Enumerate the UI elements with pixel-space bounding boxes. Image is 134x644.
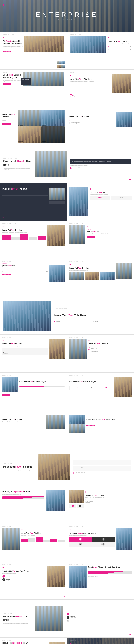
- slide-21: LOREM IPSUM DOLOR + Leave it to us and w…: [67, 410, 134, 448]
- building-image: [114, 377, 132, 397]
- slide-heading: Lorem Text Your Title Here: [108, 40, 131, 42]
- slide-12: LOREM IPSUM DOLOR + August 2017 project …: [67, 221, 134, 259]
- btn[interactable]: READ MORE: [2, 393, 18, 396]
- read-more-btn[interactable]: READ MORE: [2, 273, 48, 276]
- slide-label: LOREM IPSUM DOLOR: [3, 34, 64, 35]
- slide-11: LOREM IPSUM DOLOR + Lorem Text Your Titl…: [0, 221, 67, 259]
- slide-9: LOREM IPSUM DOLOR Push and Break The lim…: [0, 183, 67, 221]
- slide-7: LOREM IPSUM DOLOR + Lorem Text Your Titl…: [67, 107, 134, 145]
- slide-4: LOREM IPSUM Don't Stop Making Something …: [0, 70, 67, 107]
- cover-subtitle: ANNUAL REPORT: [36, 19, 98, 20]
- slide-5: LOREM IPSUM DOLOR + Lorem Text Your Titl…: [67, 70, 134, 107]
- building-large: [38, 454, 70, 480]
- slide-10: LOREM IPSUM DOLOR + Lorem Text Your Titl…: [67, 183, 134, 221]
- building-image: [69, 187, 88, 216]
- building-image: [69, 490, 84, 503]
- plus-icon: +: [2, 2, 5, 7]
- stats-row: 80% 60% 40%: [108, 46, 131, 50]
- slide-29-full: LOREM IPSUM Push and Break The limit Lor…: [0, 600, 134, 638]
- slide-27: LOREM IPSUM + Creative Stuff For Your Ne…: [0, 562, 67, 600]
- slide-8-full: LOREM IPSUM DOLOR Push and Break The lim…: [0, 145, 134, 183]
- slide-16: LOREM IPSUM + Lorem Text Your Title Here…: [0, 334, 67, 372]
- building-image: [49, 265, 65, 282]
- building-image: [49, 339, 65, 359]
- plus-decoration: +: [129, 633, 131, 636]
- slide-22-full: LOREM IPSUM Push and Free The limit Lore…: [0, 448, 134, 486]
- btn[interactable]: READ MORE: [86, 424, 132, 426]
- plus-bottom: +: [2, 216, 4, 219]
- building-large: [35, 606, 63, 631]
- slide-20: LOREM IPSUM + Lorem Text Your Title Here…: [0, 410, 67, 448]
- plus-bottom: +: [64, 596, 65, 598]
- read-more-btn[interactable]: READ MORE: [3, 50, 23, 52]
- building-image: [2, 528, 20, 550]
- slide-15-full: LOREM IPSUM DOLOR + Lorem Text Your Titl…: [0, 297, 134, 334]
- slide-heading: Don't Stop Making Something Great: [3, 74, 22, 79]
- slide-18: LOREM IPSUM READ MORE + Creative Stuff F…: [0, 372, 67, 410]
- slide-body: Lorem ipsum dolor sit amet consectetur a…: [108, 43, 131, 46]
- building-image: [69, 566, 87, 588]
- building-image: [69, 339, 87, 359]
- plus-decoration: +: [108, 36, 131, 40]
- slide-13: LOREM IPSUM August 2017 project ends her…: [0, 259, 67, 297]
- slide-cover: + ENTERPRISE ANNUAL REPORT: [0, 0, 134, 32]
- slide-23: LOREM IPSUM Nothing is impossible today …: [0, 486, 67, 524]
- building-image: [116, 112, 132, 127]
- btn-label: READ MORE: [3, 51, 11, 52]
- slide-body: Lorem ipsum dolor sit amet consectetur a…: [3, 80, 22, 82]
- building-image: [46, 414, 65, 429]
- building-image: [116, 528, 132, 550]
- building-image: [49, 642, 65, 644]
- accent-bar: [129, 68, 132, 68]
- slide-6: + Lorem Text Your Title Here Lorem ipsum…: [0, 107, 67, 145]
- plus-decoration: +: [3, 36, 23, 40]
- read-more-label[interactable]: READ MORE: [3, 83, 11, 85]
- slide-label: LOREM IPSUM DOLOR: [70, 34, 131, 35]
- slide-label: LOREM IPSUM: [3, 72, 22, 73]
- plus-decoration: +: [129, 178, 131, 181]
- building-image: [47, 225, 65, 246]
- slide-30: LOREM IPSUM Nothing is impossible today …: [0, 638, 67, 644]
- slide-28: LOREM IPSUM DOLOR Don't Stop Making Some…: [67, 562, 134, 600]
- read-more-btn[interactable]: READ MORE: [87, 235, 132, 238]
- slide-31-dark: LOREM IPSUM + Do Good And Let Rest Come …: [67, 638, 134, 644]
- building-image: [116, 263, 132, 279]
- action-btns: READ MORE: [3, 83, 22, 85]
- slide-3: LOREM IPSUM DOLOR + Lorem Text Your Titl…: [67, 32, 134, 70]
- building-image: [47, 566, 65, 586]
- dark-card: Lorem ipsum dolor Sit amet consectetur: [21, 78, 31, 85]
- building-image: [70, 36, 106, 54]
- slide-26: LOREM IPSUM DOLOR + We Create Good For Y…: [67, 524, 134, 562]
- slides-container: + ENTERPRISE ANNUAL REPORT LOREM IPSUM D…: [0, 0, 134, 644]
- thumbnail: [57, 62, 65, 68]
- slide-19: LOREM IPSUM DOLOR + Creative Stuff For Y…: [67, 372, 134, 410]
- slide-24: LOREM IPSUM DOLOR ✉ 📞 + Lorem Text Your …: [67, 486, 134, 524]
- building-image: [25, 36, 64, 52]
- building-image: [35, 152, 67, 177]
- slide-14: LOREM IPSUM DOLOR + Lorem Text Your Titl…: [67, 259, 134, 297]
- slide-25: LOREM IPSUM + Lorem Text Your Title Here…: [0, 524, 67, 562]
- slide-heading: We Create Something Good For Your Needs: [3, 40, 23, 45]
- building-image: [69, 225, 85, 244]
- building-large: [3, 300, 51, 330]
- cover-title: ENTERPRISE: [36, 11, 98, 18]
- building-image: [46, 490, 65, 511]
- slide-body: Lorem ipsum dolor sit amet consectetur a…: [3, 46, 23, 48]
- building-image: [49, 188, 65, 200]
- building-image: [112, 74, 131, 93]
- slide-17: LOREM IPSUM DOLOR + Lorem Text Your Titl…: [67, 334, 134, 372]
- btn[interactable]: READ MORE: [2, 122, 17, 125]
- circles-row: [70, 94, 131, 97]
- building-image: [2, 377, 18, 392]
- slide-2: LOREM IPSUM DOLOR + We Create Something …: [0, 32, 67, 70]
